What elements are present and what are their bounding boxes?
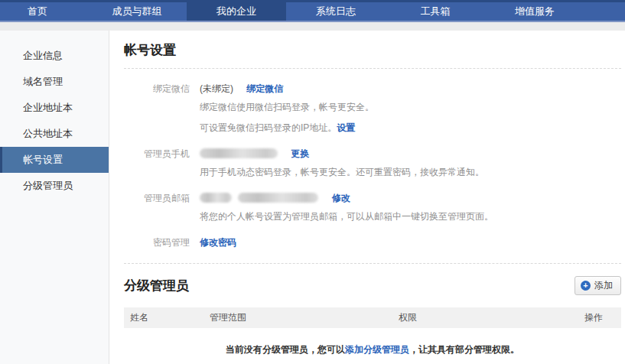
nav-separator-strip <box>0 22 625 31</box>
admins-empty-state: 当前没有分级管理员，您可以添加分级管理员，让其具有部分管理权限。 <box>124 343 621 356</box>
redacted-email-part2 <box>238 193 318 203</box>
change-password-link[interactable]: 修改密码 <box>200 237 236 248</box>
empty-state-text: 当前没有分级管理员，您可以 <box>226 344 345 355</box>
account-settings-list: 绑定微信 (未绑定) 绑定微信 绑定微信使用微信扫码登录，帐号更安全。 可设置免… <box>124 83 621 249</box>
setting-row-admin-phone: 管理员手机 更换 用于手机动态密码登录，帐号更安全。还可重置密码，接收异常通知。 <box>124 148 621 181</box>
content-area: 企业信息 域名管理 企业地址本 公共地址本 帐号设置 分级管理员 帐号设置 绑定… <box>0 31 625 364</box>
column-header-scope: 管理范围 <box>210 311 399 324</box>
change-phone-link[interactable]: 更换 <box>291 148 309 159</box>
sidebar-item-sub-admins[interactable]: 分级管理员 <box>0 173 109 199</box>
setting-row-password: 密码管理 修改密码 <box>124 236 621 249</box>
sidebar-item-account-settings[interactable]: 帐号设置 <box>0 147 109 173</box>
column-header-name: 姓名 <box>130 311 210 324</box>
add-sub-admin-link[interactable]: 添加分级管理员 <box>345 344 409 355</box>
sidebar-item-public-addressbook[interactable]: 公共地址本 <box>0 121 109 147</box>
bind-wechat-link[interactable]: 绑定微信 <box>246 83 283 94</box>
admin-email-label: 管理员邮箱 <box>124 192 190 226</box>
sidebar-item-company-info[interactable]: 企业信息 <box>0 43 109 69</box>
divider <box>124 263 621 264</box>
setting-row-wechat: 绑定微信 (未绑定) 绑定微信 绑定微信使用微信扫码登录，帐号更安全。 可设置免… <box>124 83 621 137</box>
admin-phone-desc: 用于手机动态密码登录，帐号更安全。还可重置密码，接收异常通知。 <box>200 163 484 181</box>
nav-tab-system-log[interactable]: 系统日志 <box>286 0 386 21</box>
nav-tab-my-company[interactable]: 我的企业 <box>187 0 286 21</box>
main-panel: 帐号设置 绑定微信 (未绑定) 绑定微信 绑定微信使用微信扫码登录，帐号更安全。… <box>109 31 625 364</box>
admins-table-header: 姓名 管理范围 权限 操作 <box>124 307 621 328</box>
nav-tab-value-added-services[interactable]: 增值服务 <box>485 0 584 21</box>
wechat-ip-settings-link[interactable]: 设置 <box>337 122 355 133</box>
wechat-status: (未绑定) <box>200 83 233 94</box>
empty-state-text: ，让其具有部分管理权限。 <box>409 344 519 355</box>
change-email-link[interactable]: 修改 <box>332 193 350 203</box>
add-admin-button-label: 添加 <box>594 279 613 292</box>
plus-circle-icon: + <box>581 281 591 291</box>
sidebar-item-company-addressbook[interactable]: 企业地址本 <box>0 95 109 121</box>
wechat-label: 绑定微信 <box>124 83 190 137</box>
nav-tab-members-groups[interactable]: 成员与群组 <box>87 0 187 21</box>
redacted-phone-number <box>200 148 278 158</box>
wechat-desc-2: 可设置免微信扫码登录的IP地址。 <box>200 122 337 133</box>
nav-tab-list: 首页 成员与群组 我的企业 系统日志 工具箱 增值服务 <box>0 0 625 21</box>
sidebar: 企业信息 域名管理 企业地址本 公共地址本 帐号设置 分级管理员 <box>0 31 109 364</box>
redacted-email-part1 <box>200 193 232 203</box>
sidebar-item-domain-management[interactable]: 域名管理 <box>0 69 109 95</box>
sub-admins-title: 分级管理员 <box>124 277 189 294</box>
sub-admins-section-header: 分级管理员 + 添加 <box>124 276 621 295</box>
admin-phone-label: 管理员手机 <box>124 148 190 181</box>
wechat-desc-1: 绑定微信使用微信扫码登录，帐号更安全。 <box>200 98 374 116</box>
page-title: 帐号设置 <box>124 41 621 59</box>
top-nav: 首页 成员与群组 我的企业 系统日志 工具箱 增值服务 <box>0 0 625 22</box>
divider <box>124 68 621 69</box>
setting-row-admin-email: 管理员邮箱 修改 将您的个人帐号设置为管理员邮箱，可以从邮箱中一键切换至管理页面… <box>124 192 621 226</box>
admin-email-desc: 将您的个人帐号设置为管理员邮箱，可以从邮箱中一键切换至管理页面。 <box>200 207 493 226</box>
column-header-actions: 操作 <box>584 311 621 324</box>
add-admin-button[interactable]: + 添加 <box>575 276 621 295</box>
password-label: 密码管理 <box>124 236 190 249</box>
nav-tab-home[interactable]: 首页 <box>0 0 87 21</box>
column-header-permissions: 权限 <box>399 311 584 324</box>
nav-tab-toolbox[interactable]: 工具箱 <box>386 0 485 21</box>
